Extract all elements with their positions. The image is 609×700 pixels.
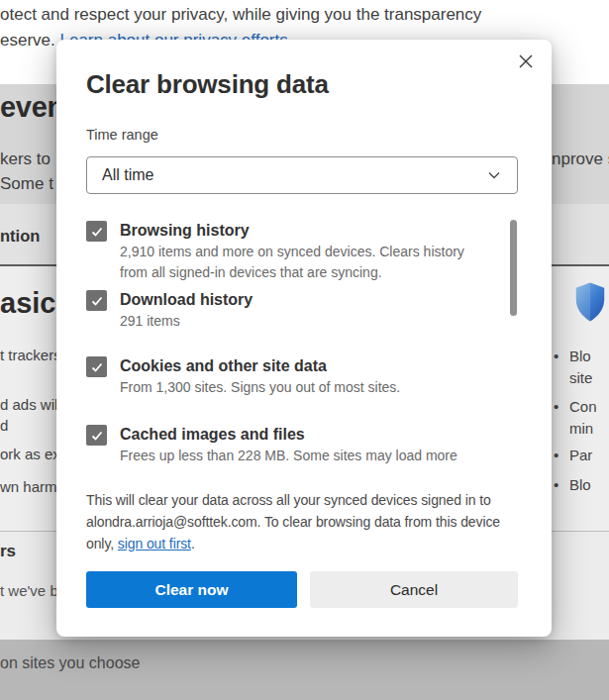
sync-warning-text: This will clear your data across all you…	[86, 489, 526, 554]
tracking-paragraph-fragment-2: Some t	[0, 174, 53, 194]
dialog-title: Clear browsing data	[86, 69, 329, 100]
time-range-value: All time	[102, 166, 485, 184]
list-item: Download history 291 items	[86, 289, 502, 332]
checkmark-icon	[90, 225, 104, 239]
list-item: Cached images and files Frees up less th…	[86, 424, 502, 466]
scrollbar-thumb[interactable]	[510, 220, 517, 316]
lower-text-fragment: t we've b	[0, 582, 58, 599]
item-label: Cookies and other site data	[120, 355, 400, 377]
basic-bullet-fragment: d ads wil	[0, 396, 57, 413]
cookies-checkbox[interactable]	[86, 356, 107, 377]
clear-browsing-data-dialog: Clear browsing data Time range All time …	[56, 40, 552, 637]
time-range-label: Time range	[86, 127, 158, 143]
balanced-bullet-fragment: Con	[569, 398, 597, 415]
list-item: Cookies and other site data From 1,300 s…	[86, 355, 502, 398]
shield-icon	[574, 279, 606, 329]
time-range-select[interactable]: All time	[86, 156, 518, 194]
balanced-bullet-fragment: Par	[569, 447, 592, 463]
browsing-history-checkbox[interactable]	[86, 221, 107, 242]
chevron-down-icon	[485, 166, 503, 184]
balanced-bullet-fragment: min	[569, 420, 593, 437]
basic-card-heading-fragment: asic	[0, 287, 55, 320]
balanced-bullet-fragment: Blo	[569, 476, 591, 493]
cached-images-checkbox[interactable]	[86, 425, 107, 446]
download-history-checkbox[interactable]	[86, 290, 107, 311]
balanced-bullet-fragment: Blo	[569, 348, 591, 364]
checkmark-icon	[90, 294, 104, 308]
bullet-dot: •	[554, 447, 558, 463]
bottom-text-fragment: on sites you choose	[0, 654, 140, 672]
checkmark-icon	[90, 360, 104, 374]
item-description: 2,910 items and more on synced devices. …	[120, 242, 494, 283]
item-description: Frees up less than 228 MB. Some sites ma…	[120, 446, 457, 466]
tracking-paragraph-fragment-1: kers to	[0, 150, 51, 169]
checkmark-icon	[90, 429, 104, 443]
tab-label-fragment: ntion	[0, 227, 40, 246]
bullet-dot: •	[554, 476, 558, 493]
sync-warning-after: .	[191, 536, 195, 551]
sign-out-first-link[interactable]: sign out first	[118, 536, 191, 551]
clear-now-button[interactable]: Clear now	[86, 571, 297, 608]
basic-bullet-fragment: wn harmf	[0, 478, 61, 495]
privacy-intro-prefix: eserve.	[0, 31, 55, 50]
item-label: Download history	[120, 289, 253, 311]
list-item: Browsing history 2,910 items and more on…	[86, 220, 502, 283]
item-description: 291 items	[120, 311, 253, 332]
basic-bullet-fragment: t trackers	[0, 347, 61, 363]
bullet-dot: •	[554, 348, 558, 364]
basic-bullet-fragment: ork as ex	[0, 446, 60, 462]
lower-heading-fragment: rs	[0, 542, 16, 561]
item-label: Cached images and files	[120, 424, 457, 446]
basic-bullet-fragment: d	[0, 417, 8, 434]
close-icon[interactable]	[514, 50, 538, 73]
item-description: From 1,300 sites. Signs you out of most …	[120, 377, 400, 398]
privacy-intro-text: otect and respect your privacy, while gi…	[0, 5, 481, 25]
bullet-dot: •	[554, 398, 558, 415]
balanced-bullet-fragment: site	[569, 369, 592, 386]
settings-page: otect and respect your privacy, while gi…	[0, 0, 609, 700]
tracking-paragraph-fragment-right: nprove s	[552, 150, 609, 169]
cancel-button[interactable]: Cancel	[310, 571, 518, 608]
item-label: Browsing history	[120, 220, 494, 242]
